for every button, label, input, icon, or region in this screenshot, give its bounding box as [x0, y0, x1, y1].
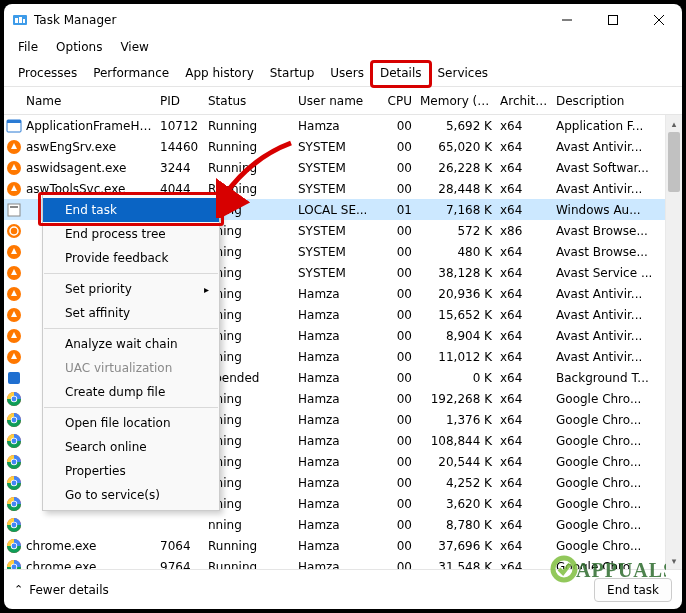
- ctx-end-task[interactable]: End task: [43, 198, 219, 222]
- col-description[interactable]: Description: [552, 94, 682, 108]
- avast-icon: [6, 139, 22, 155]
- maximize-button[interactable]: [590, 4, 636, 36]
- cell-user: Hamza: [294, 119, 376, 133]
- col-cpu[interactable]: CPU: [376, 94, 416, 108]
- svg-point-29: [12, 396, 17, 401]
- table-row[interactable]: aswEngSrv.exe14460RunningSYSTEM0065,020 …: [4, 136, 682, 157]
- col-memory[interactable]: Memory (a...: [416, 94, 496, 108]
- chrome-icon: [6, 433, 22, 449]
- cell-cpu: 00: [376, 161, 416, 175]
- cell-memory: 8,780 K: [416, 518, 496, 532]
- chrome-icon: [6, 517, 22, 533]
- cell-arch: x64: [496, 203, 552, 217]
- cell-cpu: 00: [376, 350, 416, 364]
- generic-icon: [6, 202, 22, 218]
- table-row[interactable]: ApplicationFrameHo...10712RunningHamza00…: [4, 115, 682, 136]
- cell-description: Avast Antivir...: [552, 350, 682, 364]
- cell-memory: 0 K: [416, 371, 496, 385]
- ctx-end-process-tree[interactable]: End process tree: [43, 222, 219, 246]
- cell-arch: x64: [496, 350, 552, 364]
- cell-memory: 108,844 K: [416, 434, 496, 448]
- cell-memory: 5,692 K: [416, 119, 496, 133]
- cell-arch: x64: [496, 434, 552, 448]
- cell-cpu: 00: [376, 539, 416, 553]
- cell-memory: 480 K: [416, 245, 496, 259]
- ctx-go-to-service[interactable]: Go to service(s): [43, 483, 219, 507]
- menu-view[interactable]: View: [112, 38, 156, 56]
- tab-users[interactable]: Users: [322, 62, 372, 86]
- scroll-thumb[interactable]: [668, 132, 680, 192]
- ctx-set-priority-label: Set priority: [65, 282, 132, 296]
- cell-memory: 65,020 K: [416, 140, 496, 154]
- svg-rect-2: [19, 17, 22, 23]
- cell-cpu: 00: [376, 518, 416, 532]
- watermark-appuals: APPUALS: [546, 549, 666, 589]
- frame-icon: [6, 118, 22, 134]
- cell-cpu: 00: [376, 329, 416, 343]
- cell-description: Google Chro...: [552, 518, 682, 532]
- titlebar[interactable]: Task Manager: [4, 4, 682, 36]
- cell-user: SYSTEM: [294, 140, 376, 154]
- cell-user: SYSTEM: [294, 266, 376, 280]
- scroll-down-icon[interactable]: ▾: [666, 552, 682, 569]
- cell-cpu: 00: [376, 371, 416, 385]
- cell-name: chrome.exe: [22, 560, 156, 570]
- ctx-create-dump-file[interactable]: Create dump file: [43, 380, 219, 404]
- cell-description: Avast Browse...: [552, 245, 682, 259]
- ctx-set-affinity[interactable]: Set affinity: [43, 301, 219, 325]
- window-title: Task Manager: [34, 13, 116, 27]
- col-name[interactable]: Name: [22, 94, 156, 108]
- table-row[interactable]: nningHamza008,780 Kx64Google Chro...: [4, 514, 682, 535]
- cell-description: Avast Antivir...: [552, 287, 682, 301]
- scroll-up-icon[interactable]: ▴: [666, 115, 682, 132]
- cell-description: Google Chro...: [552, 455, 682, 469]
- svg-point-53: [12, 480, 17, 485]
- context-menu: End task End process tree Provide feedba…: [42, 194, 220, 511]
- close-button[interactable]: [636, 4, 682, 36]
- cell-user: Hamza: [294, 371, 376, 385]
- ctx-properties[interactable]: Properties: [43, 459, 219, 483]
- cell-description: Background T...: [552, 371, 682, 385]
- menu-options[interactable]: Options: [48, 38, 110, 56]
- ctx-provide-feedback[interactable]: Provide feedback: [43, 246, 219, 270]
- cell-memory: 37,696 K: [416, 539, 496, 553]
- cell-name: aswidsagent.exe: [22, 161, 156, 175]
- cell-cpu: 00: [376, 392, 416, 406]
- tab-app-history[interactable]: App history: [177, 62, 262, 86]
- col-pid[interactable]: PID: [156, 94, 204, 108]
- avast-icon: [6, 328, 22, 344]
- vertical-scrollbar[interactable]: ▴ ▾: [665, 115, 682, 569]
- tab-performance[interactable]: Performance: [85, 62, 177, 86]
- table-row[interactable]: aswidsagent.exe3244RunningSYSTEM0026,228…: [4, 157, 682, 178]
- col-arch[interactable]: Archite...: [496, 94, 552, 108]
- tab-processes[interactable]: Processes: [10, 62, 85, 86]
- menu-file[interactable]: File: [10, 38, 46, 56]
- col-status[interactable]: Status: [204, 94, 294, 108]
- cell-cpu: 00: [376, 497, 416, 511]
- chrome-icon: [6, 391, 22, 407]
- column-headers: Name PID Status User name CPU Memory (a.…: [4, 87, 682, 115]
- cell-description: Avast Antivir...: [552, 140, 682, 154]
- cell-cpu: 00: [376, 224, 416, 238]
- ctx-set-priority[interactable]: Set priority▸: [43, 277, 219, 301]
- avout-icon: [6, 223, 22, 239]
- col-user[interactable]: User name: [294, 94, 376, 108]
- tab-startup[interactable]: Startup: [262, 62, 323, 86]
- cell-arch: x64: [496, 413, 552, 427]
- tab-details[interactable]: Details: [372, 62, 430, 86]
- cell-arch: x64: [496, 476, 552, 490]
- ctx-search-online[interactable]: Search online: [43, 435, 219, 459]
- tab-services[interactable]: Services: [430, 62, 497, 86]
- avast-icon: [6, 160, 22, 176]
- cell-user: SYSTEM: [294, 161, 376, 175]
- cell-cpu: 00: [376, 182, 416, 196]
- fewer-details[interactable]: ⌃ Fewer details: [14, 583, 109, 597]
- svg-point-47: [12, 459, 17, 464]
- minimize-button[interactable]: [544, 4, 590, 36]
- annotation-arrow: [216, 138, 306, 218]
- ctx-analyze-wait-chain[interactable]: Analyze wait chain: [43, 332, 219, 356]
- ctx-open-file-location[interactable]: Open file location: [43, 411, 219, 435]
- cell-user: Hamza: [294, 455, 376, 469]
- cell-memory: 28,448 K: [416, 182, 496, 196]
- cell-cpu: 00: [376, 119, 416, 133]
